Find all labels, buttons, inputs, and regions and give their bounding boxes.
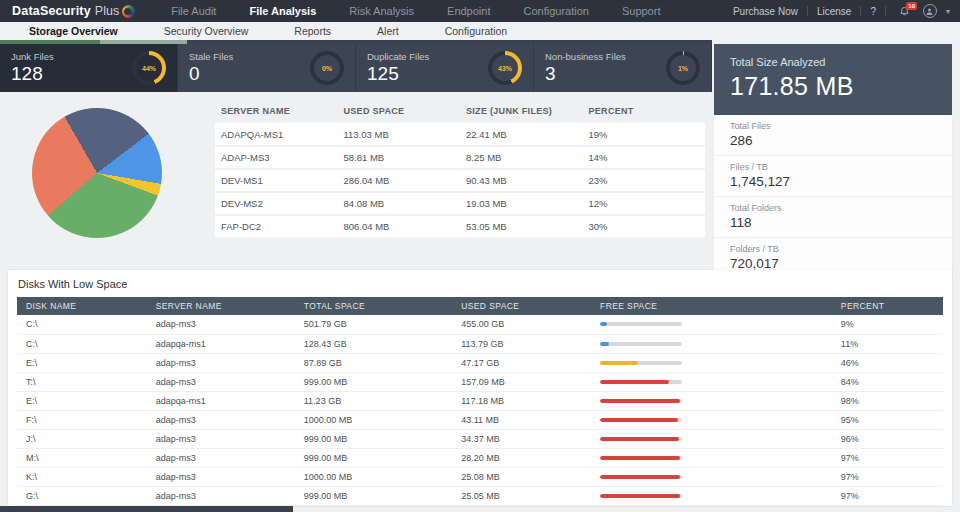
stat-card-gauge-hole: 1% xyxy=(670,55,696,81)
disks-panel-title: Disks With Low Space xyxy=(8,270,952,297)
free-space-bar-fill xyxy=(600,399,680,403)
tab-alert[interactable]: Alert xyxy=(354,25,422,37)
disks-column-header: TOTAL SPACE xyxy=(295,297,452,315)
disk-cell: 157.09 MB xyxy=(452,372,591,391)
disk-cell: 999.00 MB xyxy=(295,429,452,448)
topnav-item-configuration[interactable]: Configuration xyxy=(523,5,588,17)
junk-table-row: DEV-MS284.08 MB19.03 MB12% xyxy=(215,192,705,215)
topnav-item-file-audit[interactable]: File Audit xyxy=(171,5,216,17)
disk-cell: adap-ms3 xyxy=(147,315,295,334)
disk-cell: M:\ xyxy=(17,448,147,467)
topnav-item-file-analysis[interactable]: File Analysis xyxy=(249,5,316,17)
disks-column-header: PERCENT xyxy=(832,297,943,315)
stat-card-gauge: 0% xyxy=(310,51,344,85)
free-space-cell xyxy=(591,315,832,334)
notification-count-badge: 10 xyxy=(906,2,917,10)
disk-cell: 87.89 GB xyxy=(295,353,452,372)
disk-percent-cell: 46% xyxy=(832,353,943,372)
junk-table-row: FAP-DC2806.04 MB53.05 MB30% xyxy=(215,215,705,238)
total-size-card: Total Size Analyzed 171.85 MB xyxy=(714,44,952,115)
divider xyxy=(807,6,808,16)
disks-column-header: DISK NAME xyxy=(17,297,147,315)
disk-cell: E:\ xyxy=(17,353,147,372)
junk-cell: ADAP-MS3 xyxy=(215,146,338,169)
disk-cell: 25.08 MB xyxy=(452,467,591,486)
free-space-bar-fill xyxy=(600,437,679,441)
stat-card-gauge: 1% xyxy=(666,51,700,85)
disk-cell: C:\ xyxy=(17,315,147,334)
disks-low-space-panel: Disks With Low Space DISK NAMESERVER NAM… xyxy=(8,270,952,506)
user-avatar[interactable] xyxy=(923,4,937,18)
topnav-item-support[interactable]: Support xyxy=(622,5,661,17)
summary-stat-value: 1,745,127 xyxy=(730,174,936,189)
tab-reports[interactable]: Reports xyxy=(271,25,354,37)
topbar: DataSecurity Plus File AuditFile Analysi… xyxy=(0,0,960,22)
summary-stat-value: 286 xyxy=(730,133,936,148)
chevron-down-icon[interactable]: ▾ xyxy=(946,7,950,16)
stat-card-gauge-hole: 0% xyxy=(314,55,340,81)
free-space-bar-track xyxy=(600,456,682,460)
disk-cell: 47.17 GB xyxy=(452,353,591,372)
stat-card-percent: 43% xyxy=(498,65,512,72)
disk-percent-cell: 97% xyxy=(832,486,943,505)
stat-cards-row: Junk Files12844%Stale Files00%Duplicate … xyxy=(0,44,712,92)
summary-stat-row: Total Files286 xyxy=(714,115,952,156)
free-space-cell xyxy=(591,486,832,505)
purchase-now-link[interactable]: Purchase Now xyxy=(733,6,798,17)
summary-stat-row: Files / TB1,745,127 xyxy=(714,156,952,197)
disks-header-row: DISK NAMESERVER NAMETOTAL SPACEUSED SPAC… xyxy=(17,297,943,315)
disk-cell: adap-ms3 xyxy=(147,353,295,372)
disks-column-header: FREE SPACE xyxy=(591,297,832,315)
stat-card-stale-files[interactable]: Stale Files00% xyxy=(178,44,356,92)
summary-stat-label: Folders / TB xyxy=(730,244,936,254)
disk-cell: J:\ xyxy=(17,429,147,448)
disk-row: J:\adap-ms3999.00 MB34.37 MB96% xyxy=(17,429,943,448)
disk-cell: adap-ms3 xyxy=(147,372,295,391)
disk-percent-cell: 96% xyxy=(832,429,943,448)
junk-cell: DEV-MS2 xyxy=(215,192,338,215)
stat-card-gauge-hole: 44% xyxy=(136,55,162,81)
disk-cell: C:\ xyxy=(17,334,147,353)
tab-storage-overview[interactable]: Storage Overview xyxy=(6,25,141,37)
junk-cell: 22.41 MB xyxy=(460,123,583,146)
tab-configuration[interactable]: Configuration xyxy=(422,25,530,37)
junk-cell: 806.04 MB xyxy=(338,215,461,238)
summary-panel: Total Size Analyzed 171.85 MB Total File… xyxy=(714,44,952,279)
help-icon[interactable]: ? xyxy=(870,6,876,17)
stat-card-duplicate-files[interactable]: Duplicate Files12543% xyxy=(356,44,534,92)
disk-cell: adap-ms3 xyxy=(147,429,295,448)
brand-suffix: Plus xyxy=(95,4,119,18)
free-space-bar-fill xyxy=(600,342,609,346)
disks-table: DISK NAMESERVER NAMETOTAL SPACEUSED SPAC… xyxy=(17,297,943,506)
free-space-bar-track xyxy=(600,342,682,346)
brand-name: DataSecurity xyxy=(12,4,91,18)
junk-cell: 8.25 MB xyxy=(460,146,583,169)
disk-cell: F:\ xyxy=(17,410,147,429)
disk-cell: G:\ xyxy=(17,486,147,505)
brand-logo[interactable]: DataSecurity Plus xyxy=(12,4,135,18)
tab-security-overview[interactable]: Security Overview xyxy=(141,25,272,37)
disk-cell: K:\ xyxy=(17,467,147,486)
license-link[interactable]: License xyxy=(817,6,851,17)
free-space-bar-track xyxy=(600,322,682,326)
storage-overview-section: SERVER NAMEUSED SPACESIZE (JUNK FILES)PE… xyxy=(0,92,712,262)
disk-cell: adapqa-ms1 xyxy=(147,391,295,410)
total-size-value: 171.85 MB xyxy=(730,72,936,101)
stat-card-non-business-files[interactable]: Non-business Files31% xyxy=(534,44,712,92)
topnav-item-endpoint[interactable]: Endpoint xyxy=(447,5,490,17)
free-space-bar-track xyxy=(600,418,682,422)
stat-card-junk-files[interactable]: Junk Files12844% xyxy=(0,44,178,92)
free-space-bar-track xyxy=(600,361,682,365)
topnav-item-risk-analysis[interactable]: Risk Analysis xyxy=(349,5,414,17)
junk-table-row: ADAPQA-MS1113.03 MB22.41 MB19% xyxy=(215,123,705,146)
disk-row: C:\adapqa-ms1128.43 GB113.79 GB11% xyxy=(17,334,943,353)
disk-cell: 113.79 GB xyxy=(452,334,591,353)
free-space-bar-fill xyxy=(600,322,607,326)
stat-card-gauge: 44% xyxy=(132,51,166,85)
stat-card-percent: 1% xyxy=(678,65,688,72)
junk-distribution-pie-chart xyxy=(32,108,162,238)
notifications-bell-icon[interactable]: 10 xyxy=(899,6,910,17)
disk-cell: adap-ms3 xyxy=(147,467,295,486)
disk-row: E:\adapqa-ms111.23 GB117.18 MB98% xyxy=(17,391,943,410)
disk-row: G:\adap-ms3999.00 MB25.05 MB97% xyxy=(17,486,943,505)
